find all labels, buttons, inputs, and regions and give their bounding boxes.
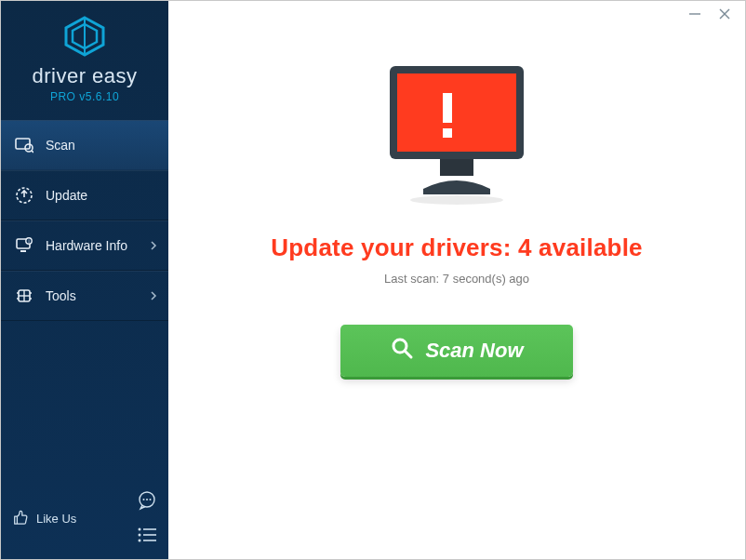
monitor-alert-illustration xyxy=(373,60,540,209)
sidebar-item-tools[interactable]: Tools xyxy=(1,271,168,321)
sidebar: driver easy PRO v5.6.10 Scan xyxy=(1,1,168,559)
svg-point-26 xyxy=(139,540,141,542)
content-area: Update your drivers: 4 available Last sc… xyxy=(168,27,745,559)
sidebar-item-label: Update xyxy=(46,188,87,203)
search-icon xyxy=(390,336,414,366)
brand-version: PRO v5.6.10 xyxy=(50,90,119,103)
svg-point-21 xyxy=(150,499,152,500)
like-us-label: Like Us xyxy=(36,512,76,526)
scan-now-button[interactable]: Scan Now xyxy=(340,325,573,377)
app-window: driver easy PRO v5.6.10 Scan xyxy=(0,0,746,560)
sidebar-item-hardware-info[interactable]: i Hardware Info xyxy=(1,220,168,271)
thumbs-up-icon xyxy=(12,509,29,528)
svg-point-4 xyxy=(25,144,33,152)
svg-point-22 xyxy=(139,528,141,531)
sidebar-bottom: Like Us xyxy=(1,481,168,559)
sidebar-item-label: Tools xyxy=(46,288,76,303)
svg-rect-35 xyxy=(440,159,473,176)
app-logo-icon xyxy=(62,16,107,60)
svg-point-36 xyxy=(410,195,503,205)
close-button[interactable] xyxy=(717,7,732,21)
brand-block: driver easy PRO v5.6.10 xyxy=(1,1,168,120)
svg-rect-8 xyxy=(20,250,26,252)
svg-point-19 xyxy=(143,499,145,500)
svg-rect-33 xyxy=(443,93,452,123)
menu-list-icon[interactable] xyxy=(137,527,157,546)
sidebar-item-label: Scan xyxy=(46,138,75,153)
sidebar-item-update[interactable]: Update xyxy=(1,170,168,220)
last-scan-text: Last scan: 7 second(s) ago xyxy=(384,272,529,286)
svg-line-38 xyxy=(406,352,412,358)
scan-icon xyxy=(14,136,34,154)
minimize-button[interactable] xyxy=(687,7,702,21)
sidebar-item-label: Hardware Info xyxy=(46,238,127,253)
tools-icon xyxy=(14,287,34,305)
headline-text: Update your drivers: 4 available xyxy=(271,233,642,262)
chevron-right-icon xyxy=(151,238,157,253)
svg-text:i: i xyxy=(28,238,29,244)
update-icon xyxy=(14,186,34,205)
svg-rect-32 xyxy=(397,73,516,152)
svg-point-20 xyxy=(146,499,148,500)
sidebar-item-scan[interactable]: Scan xyxy=(1,120,168,170)
brand-name: driver easy xyxy=(32,64,137,88)
main-panel: Update your drivers: 4 available Last sc… xyxy=(168,1,745,559)
chevron-right-icon xyxy=(151,288,157,303)
feedback-icon[interactable] xyxy=(137,490,157,514)
svg-line-5 xyxy=(32,151,33,153)
svg-rect-34 xyxy=(443,128,452,138)
svg-point-24 xyxy=(139,534,141,537)
scan-now-label: Scan Now xyxy=(425,339,523,363)
like-us-button[interactable]: Like Us xyxy=(12,509,76,528)
hardware-info-icon: i xyxy=(14,236,34,255)
sidebar-nav: Scan Update i xyxy=(1,120,168,321)
window-titlebar xyxy=(168,1,745,27)
